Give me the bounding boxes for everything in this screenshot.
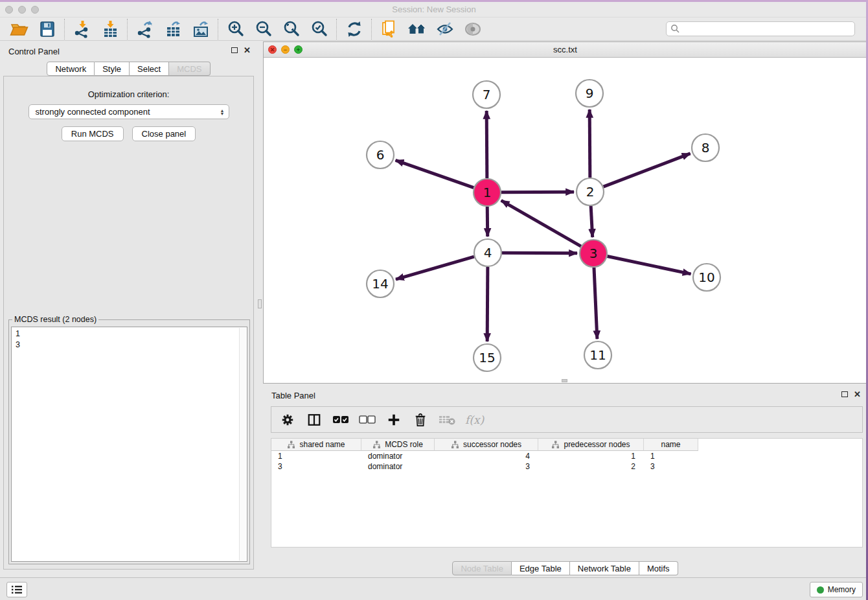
float-panel-icon[interactable] (231, 47, 238, 53)
open-session-button[interactable] (5, 18, 33, 40)
table-cell[interactable]: dominator (361, 451, 435, 461)
result-scrollbar[interactable] (239, 328, 246, 560)
close-panel-icon[interactable]: ✕ (244, 47, 251, 54)
import-network-button[interactable] (68, 18, 96, 40)
edge-3-1[interactable] (501, 200, 581, 246)
node-3[interactable]: 3 (580, 240, 607, 267)
title-bar: Session: New Session (0, 2, 868, 17)
table-cell[interactable]: 3 (271, 461, 361, 472)
edge-2-3[interactable] (591, 206, 593, 237)
splitter-handle[interactable] (258, 299, 262, 308)
edge-1-2[interactable] (501, 192, 574, 192)
close-table-panel-icon[interactable]: ✕ (854, 391, 861, 398)
edge-1-6[interactable] (396, 160, 474, 187)
delete-column-button[interactable] (412, 411, 429, 429)
mcds-result-textarea[interactable]: 1 3 (11, 327, 247, 562)
edge-1-7[interactable] (486, 111, 487, 178)
column-header-mcds-role[interactable]: MCDS role (361, 439, 435, 451)
zoom-out-button[interactable] (249, 18, 277, 40)
save-session-button[interactable] (33, 18, 61, 40)
network-graph[interactable]: 7968124314101511 (264, 58, 867, 383)
tab-network-table[interactable]: Network Table (570, 561, 639, 575)
tab-mcds[interactable]: MCDS (169, 62, 210, 76)
hide-selected-button[interactable] (431, 18, 459, 40)
node-label: 8 (702, 140, 710, 156)
apply-layout-button[interactable] (340, 18, 368, 40)
tab-edge-table[interactable]: Edge Table (512, 561, 570, 575)
edge-3-10[interactable] (608, 257, 691, 274)
zoom-fit-button[interactable] (277, 18, 305, 40)
table-cell[interactable]: 1 (271, 451, 361, 461)
export-table-button[interactable] (159, 18, 187, 40)
edge-2-9[interactable] (589, 110, 590, 178)
network-canvas[interactable]: 7968124314101511 (264, 58, 867, 383)
canvas-scroll-thumb[interactable] (562, 379, 567, 382)
control-panel-title: Control Panel (8, 47, 60, 56)
table-cell[interactable]: 3 (435, 461, 538, 472)
table-cell[interactable]: 4 (435, 451, 538, 461)
toolbar-separator (64, 19, 65, 40)
edge-3-11[interactable] (594, 268, 597, 339)
float-table-panel-icon[interactable] (841, 391, 848, 397)
new-network-from-selection-button[interactable] (375, 18, 403, 40)
node-6[interactable]: 6 (367, 141, 394, 168)
close-panel-button[interactable]: Close panel (132, 126, 196, 141)
export-image-button[interactable] (187, 18, 214, 40)
search-input[interactable] (680, 25, 851, 34)
node-10[interactable]: 10 (693, 264, 720, 291)
column-header-name[interactable]: name (644, 439, 698, 451)
import-table-button[interactable] (96, 18, 124, 40)
column-header-successor-nodes[interactable]: successor nodes (435, 439, 538, 451)
edge-2-8[interactable] (604, 154, 691, 187)
table-panel-header: Table Panel ✕ (263, 386, 867, 405)
node-9[interactable]: 9 (576, 80, 603, 107)
node-15[interactable]: 15 (474, 344, 501, 371)
node-table[interactable]: shared nameMCDS rolesuccessor nodesprede… (271, 438, 863, 548)
tab-motifs[interactable]: Motifs (639, 561, 678, 575)
zoom-selected-button[interactable] (305, 18, 333, 40)
table-panel-title: Table Panel (271, 391, 315, 400)
select-all-rows-button[interactable] (332, 411, 349, 429)
node-8[interactable]: 8 (692, 134, 719, 161)
table-cell[interactable]: 2 (538, 461, 644, 472)
zoom-in-button[interactable] (222, 18, 249, 40)
table-cell[interactable]: 1 (538, 451, 644, 461)
memory-button[interactable]: Memory (810, 582, 863, 597)
search-field[interactable] (666, 21, 855, 36)
zoom-in-icon (227, 20, 245, 38)
tab-select[interactable]: Select (130, 62, 169, 76)
table-cell[interactable]: 3 (644, 461, 698, 472)
create-column-button[interactable] (385, 411, 402, 429)
table-row[interactable]: 3dominator323 (271, 461, 862, 472)
table-cell[interactable]: dominator (361, 461, 435, 472)
node-7[interactable]: 7 (473, 81, 500, 108)
tab-node-table[interactable]: Node Table (452, 561, 512, 575)
edge-4-15[interactable] (487, 267, 488, 341)
node-11[interactable]: 11 (584, 341, 611, 369)
node-1[interactable]: 1 (474, 179, 501, 206)
show-hidden-button[interactable] (459, 18, 486, 40)
node-4[interactable]: 4 (474, 239, 501, 266)
table-cell[interactable]: 1 (644, 451, 698, 461)
node-14[interactable]: 14 (367, 270, 394, 297)
column-header-predecessor-nodes[interactable]: predecessor nodes (538, 439, 644, 451)
memory-label: Memory (828, 585, 856, 594)
column-header-shared-name[interactable]: shared name (271, 439, 361, 451)
deselect-all-rows-button[interactable] (359, 411, 376, 429)
first-neighbors-button[interactable] (403, 18, 431, 40)
eye-slash-icon (436, 21, 454, 38)
tab-style[interactable]: Style (95, 62, 130, 76)
tab-network[interactable]: Network (47, 62, 95, 76)
table-options-button[interactable] (279, 411, 296, 429)
eye-disabled-icon (464, 21, 482, 38)
network-window-titlebar[interactable]: ✕ − + scc.txt (264, 42, 867, 58)
table-row[interactable]: 1dominator411 (271, 451, 862, 461)
run-mcds-button[interactable]: Run MCDS (62, 126, 124, 141)
edge-4-3[interactable] (502, 253, 577, 253)
node-2[interactable]: 2 (577, 178, 604, 205)
export-network-button[interactable] (131, 18, 159, 40)
edge-4-14[interactable] (396, 257, 474, 279)
criterion-select[interactable]: strongly connected component ▲▼ (29, 104, 229, 119)
task-history-button[interactable] (6, 582, 27, 597)
show-columns-button[interactable] (306, 411, 323, 429)
